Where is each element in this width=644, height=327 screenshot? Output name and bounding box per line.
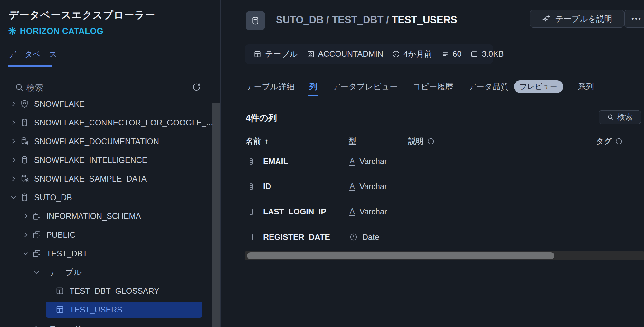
schema-icon bbox=[32, 249, 41, 258]
tab-item[interactable]: データプレビュー bbox=[332, 77, 398, 96]
tree-item-label: TEST_DBT bbox=[46, 249, 88, 258]
chevron-right-icon[interactable] bbox=[22, 212, 30, 220]
tree-item-snowflake-connector-for-google[interactable]: SNOWFLAKE_CONNECTOR_FOR_GOOGLE_... bbox=[0, 113, 221, 132]
chevron-right-icon[interactable] bbox=[10, 156, 17, 164]
tree-item-label: SUTO_DB bbox=[34, 193, 72, 202]
column-type: Date bbox=[349, 233, 379, 242]
describe-table-label: テーブルを説明 bbox=[555, 14, 612, 24]
column-name: EMAIL bbox=[263, 157, 288, 166]
chevron-right-icon[interactable] bbox=[22, 231, 30, 239]
tab-item[interactable]: データ品質プレビュー bbox=[468, 77, 563, 96]
database-icon bbox=[20, 118, 29, 127]
tree-item-[interactable]: テーブル bbox=[0, 263, 221, 282]
column-header-tags[interactable]: タグ bbox=[596, 136, 623, 146]
tree-item-information-schema[interactable]: INFORMATION_SCHEMA bbox=[0, 207, 221, 225]
chevron-right-icon[interactable] bbox=[33, 324, 41, 327]
column-icon bbox=[247, 208, 255, 216]
breadcrumb-current: TEST_USERS bbox=[392, 14, 457, 25]
horizontal-scrollbar-thumb[interactable] bbox=[247, 252, 554, 259]
main-panel: SUTO_DB / TEST_DBT / TEST_USERS テーブルを説明 … bbox=[221, 0, 644, 327]
refresh-icon[interactable] bbox=[191, 82, 203, 94]
chevron-right-icon[interactable] bbox=[10, 175, 17, 183]
column-name: ID bbox=[263, 182, 271, 191]
snowflake-logo-icon: ❋ bbox=[8, 26, 17, 36]
info-icon[interactable] bbox=[427, 137, 435, 145]
rows-icon bbox=[441, 50, 450, 58]
chevron-down-icon[interactable] bbox=[33, 268, 41, 276]
column-header-description[interactable]: 説明 bbox=[408, 136, 435, 146]
database-icon bbox=[20, 155, 29, 164]
schema-icon bbox=[32, 230, 41, 239]
user-badge-icon bbox=[307, 50, 315, 58]
tree-item-snowflake[interactable]: SNOWFLAKE bbox=[0, 100, 221, 113]
tab-item[interactable]: テーブル詳細 bbox=[246, 77, 295, 96]
tree-item-snowflake-intelligence[interactable]: SNOWFLAKE_INTELLIGENCE bbox=[0, 151, 221, 169]
tab-active[interactable]: 列 bbox=[309, 77, 317, 96]
tree-item-suto-db[interactable]: SUTO_DB bbox=[0, 188, 221, 207]
tree-item-snowflake-documentation[interactable]: SNOWFLAKE_DOCUMENTATION bbox=[0, 132, 221, 151]
column-type: AVarchar bbox=[349, 157, 387, 166]
meta-label: ACCOUNTADMIN bbox=[318, 49, 383, 59]
date-icon bbox=[349, 233, 358, 241]
columns-search-button[interactable]: 検索 bbox=[599, 110, 641, 124]
column-name: LAST_LOGIN_IP bbox=[263, 207, 326, 216]
app-shield-icon bbox=[20, 100, 29, 108]
tree-item-test-dbt[interactable]: TEST_DBT bbox=[0, 244, 221, 263]
tree-item-label: TEST_USERS bbox=[70, 305, 122, 314]
column-header-name[interactable]: 名前 ↑ bbox=[246, 136, 269, 146]
search-input[interactable] bbox=[26, 81, 168, 95]
tab-item[interactable]: 系列 bbox=[578, 77, 594, 96]
schema-icon bbox=[32, 212, 41, 221]
table-row-register_date[interactable]: REGISTER_DATEDate bbox=[245, 224, 644, 250]
sparkle-icon bbox=[542, 14, 551, 23]
breadcrumb[interactable]: SUTO_DB / TEST_DBT / TEST_USERS bbox=[276, 12, 457, 28]
column-icon bbox=[247, 233, 255, 241]
chevron-right-icon[interactable] bbox=[10, 137, 17, 145]
column-header-type[interactable]: 型 bbox=[349, 136, 356, 146]
tab-item[interactable]: コピー履歴 bbox=[412, 77, 453, 96]
sidebar-tab-databases[interactable]: データベース bbox=[8, 49, 57, 60]
brand-row: ❋ HORIZON CATALOG bbox=[8, 26, 103, 36]
info-icon[interactable] bbox=[615, 137, 623, 145]
tab-label: データ品質 bbox=[468, 81, 508, 92]
sort-asc-icon: ↑ bbox=[264, 136, 269, 146]
meta-item: テーブル bbox=[253, 49, 298, 59]
tree-item-label: TEST_DBT_GLOSSARY bbox=[70, 286, 159, 296]
breadcrumb-part[interactable]: SUTO_DB bbox=[276, 14, 324, 25]
more-actions-button[interactable]: ••• bbox=[624, 10, 644, 28]
tree-item-[interactable]: ステージ bbox=[0, 319, 221, 327]
breadcrumb-part[interactable]: TEST_DBT bbox=[332, 14, 383, 25]
table-row-email[interactable]: EMAILAVarchar bbox=[245, 149, 644, 174]
varchar-icon: A bbox=[349, 182, 355, 191]
chevron-down-icon[interactable] bbox=[10, 193, 17, 201]
sidebar-title: データベースエクスプローラー bbox=[9, 8, 155, 22]
tree-item-test-dbt-glossary[interactable]: TEST_DBT_GLOSSARY bbox=[0, 282, 221, 300]
metadata-bar: テーブルACCOUNTADMIN4か月前603.0KB bbox=[245, 44, 493, 64]
table-icon bbox=[55, 286, 64, 295]
sidebar-scrollbar[interactable] bbox=[212, 103, 220, 327]
meta-item: 60 bbox=[441, 49, 462, 59]
meta-item: 3.0KB bbox=[470, 49, 504, 59]
tree-item-test-users[interactable]: TEST_USERS bbox=[0, 300, 221, 319]
tree-item-snowflake-sample-data[interactable]: SNOWFLAKE_SAMPLE_DATA bbox=[0, 169, 221, 188]
tab-label: コピー履歴 bbox=[412, 81, 453, 92]
chevron-right-icon[interactable] bbox=[10, 119, 17, 126]
describe-table-button[interactable]: テーブルを説明 bbox=[530, 10, 624, 28]
tab-label: データプレビュー bbox=[332, 81, 398, 92]
tree-item-label: SNOWFLAKE_SAMPLE_DATA bbox=[34, 174, 147, 183]
tree-item-public[interactable]: PUBLIC bbox=[0, 225, 221, 244]
breadcrumb-separator: / bbox=[324, 14, 332, 25]
table-row-id[interactable]: IDAVarchar bbox=[245, 174, 644, 199]
horizontal-scrollbar-track[interactable] bbox=[245, 251, 644, 260]
column-type-label: Varchar bbox=[359, 182, 387, 191]
tree-item-label: INFORMATION_SCHEMA bbox=[46, 212, 141, 221]
table-icon bbox=[55, 305, 64, 314]
varchar-icon: A bbox=[349, 207, 355, 216]
table-row-last_login_ip[interactable]: LAST_LOGIN_IPAVarchar bbox=[245, 199, 644, 224]
varchar-icon: A bbox=[349, 157, 355, 165]
table-icon bbox=[253, 50, 262, 58]
chevron-right-icon[interactable] bbox=[10, 100, 17, 108]
shared-database-icon bbox=[20, 174, 29, 183]
chevron-down-icon[interactable] bbox=[22, 250, 30, 257]
database-icon bbox=[251, 16, 260, 25]
